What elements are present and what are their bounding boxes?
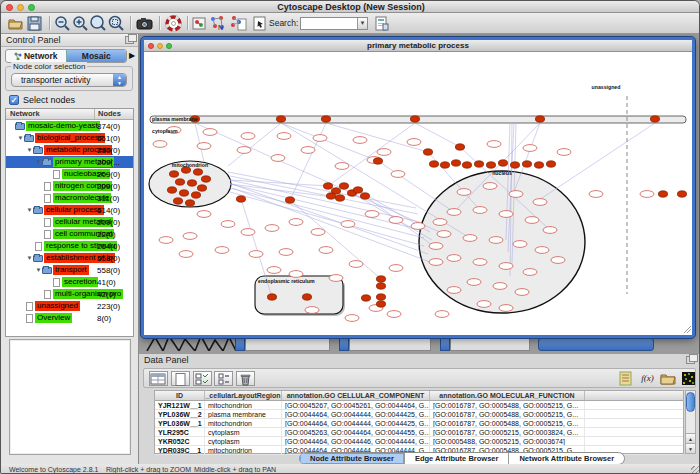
tree-row[interactable]: ▼transport558(0) bbox=[6, 264, 133, 276]
network-node-selected[interactable] bbox=[522, 161, 531, 167]
table-scrollbar[interactable]: ▲ ▼ bbox=[685, 390, 696, 454]
network-node-selected[interactable] bbox=[276, 116, 285, 122]
network-node-selected[interactable] bbox=[169, 171, 178, 177]
tree-row[interactable]: Overview8(0) bbox=[6, 312, 133, 324]
network-node-selected[interactable] bbox=[376, 283, 385, 289]
table-cell[interactable]: [GO:0044464, GO:0044444, GO:0044425, G..… bbox=[282, 410, 430, 418]
network-node[interactable] bbox=[183, 233, 197, 240]
tree-column-nodes[interactable]: Nodes bbox=[95, 109, 133, 119]
float-panel-icon[interactable] bbox=[686, 356, 695, 364]
manual-layout-icon[interactable] bbox=[251, 15, 268, 32]
network-node-selected[interactable] bbox=[429, 161, 438, 167]
zoom-in-icon[interactable] bbox=[72, 15, 89, 32]
network-node[interactable] bbox=[265, 225, 279, 232]
network-node[interactable] bbox=[353, 137, 367, 144]
table-cell[interactable]: [GO:0044464, GO:0044444, GO:0044425, G..… bbox=[282, 419, 430, 427]
zoom-fit-icon[interactable] bbox=[89, 15, 106, 32]
import-table-icon[interactable] bbox=[660, 371, 677, 386]
network-node[interactable] bbox=[329, 275, 343, 282]
network-node[interactable] bbox=[271, 155, 285, 162]
tab-edge-attribute-browser[interactable]: Edge Attribute Browser bbox=[405, 453, 509, 464]
network-node[interactable] bbox=[467, 279, 481, 286]
network-node[interactable] bbox=[335, 163, 349, 170]
network-node-selected[interactable] bbox=[321, 116, 330, 122]
network-node[interactable] bbox=[525, 217, 539, 224]
network-node-selected[interactable] bbox=[236, 196, 245, 202]
column-header-region[interactable]: _cellularLayoutRegion bbox=[205, 391, 282, 400]
background-window[interactable] bbox=[440, 338, 450, 351]
network-node[interactable] bbox=[477, 301, 491, 308]
network-node[interactable] bbox=[447, 287, 461, 294]
network-node[interactable] bbox=[473, 259, 487, 266]
network-node-selected[interactable] bbox=[361, 295, 370, 301]
network-node[interactable] bbox=[447, 255, 461, 262]
tree-row[interactable]: ▼biological_process651(0) bbox=[6, 132, 133, 144]
expander-icon[interactable]: ▼ bbox=[26, 255, 33, 261]
network-node[interactable] bbox=[389, 217, 403, 224]
network-node-selected[interactable] bbox=[440, 162, 449, 168]
network-node[interactable] bbox=[523, 269, 537, 276]
tree-row[interactable]: nitrogen compo209(0) bbox=[6, 180, 133, 192]
expander-icon[interactable]: ▼ bbox=[35, 267, 42, 273]
network-node-selected[interactable] bbox=[197, 185, 206, 191]
network-node[interactable] bbox=[279, 249, 293, 256]
table-row[interactable]: YLR295Ccytoplasm[GO:0045263, GO:0044464,… bbox=[155, 428, 683, 437]
tree-row[interactable]: response to stimulu264(0) bbox=[6, 240, 133, 252]
network-node-selected[interactable] bbox=[658, 191, 667, 197]
tree-row[interactable]: ▼metabolic process280(0) bbox=[6, 144, 133, 156]
help-icon[interactable] bbox=[165, 15, 182, 32]
table-cell[interactable]: mitochondrion bbox=[205, 419, 282, 427]
column-header-cellular-component[interactable]: annotation.GO CELLULAR_COMPONENT bbox=[282, 391, 430, 400]
network-node[interactable] bbox=[640, 191, 654, 198]
network-node-selected[interactable] bbox=[326, 193, 335, 199]
network-node-selected[interactable] bbox=[339, 183, 348, 189]
tree-column-network[interactable]: Network bbox=[6, 109, 95, 119]
table-cell[interactable]: plasma membrane bbox=[205, 410, 282, 418]
table-row[interactable]: YJR121W__1mitochondrion[GO:0045267, GO:0… bbox=[155, 401, 683, 410]
network-node-selected[interactable] bbox=[267, 294, 276, 300]
network-node[interactable] bbox=[237, 147, 251, 154]
network-node-selected[interactable] bbox=[335, 195, 344, 201]
tree-row[interactable]: cellular metabol209(0) bbox=[6, 216, 133, 228]
birds-eye-view[interactable] bbox=[9, 339, 131, 455]
network-node[interactable] bbox=[215, 247, 229, 254]
network-node-selected[interactable] bbox=[323, 183, 332, 189]
node-color-dropdown[interactable]: transporter activity ▲▼ bbox=[11, 73, 127, 87]
tree-row[interactable]: nucleobase-209(0) bbox=[6, 168, 133, 180]
tree-row[interactable]: secretion41(0) bbox=[6, 276, 133, 288]
tree-row[interactable]: multi-organism pro42(0) bbox=[6, 288, 133, 300]
network-node[interactable] bbox=[313, 135, 327, 142]
network-node[interactable] bbox=[387, 311, 401, 318]
search-dropdown-arrow[interactable]: ▼ bbox=[357, 18, 367, 29]
network-node-selected[interactable] bbox=[167, 187, 176, 193]
network-node[interactable] bbox=[523, 145, 537, 152]
open-file-icon[interactable] bbox=[7, 15, 24, 32]
table-cell[interactable]: YJR121W__1 bbox=[155, 401, 205, 409]
network-node[interactable] bbox=[543, 227, 557, 234]
background-window[interactable] bbox=[339, 338, 349, 351]
network-view-window[interactable]: primary metabolic process plasma membran… bbox=[141, 37, 695, 338]
network-node-selected[interactable] bbox=[455, 144, 464, 150]
scrollbar-thumb[interactable] bbox=[686, 392, 695, 412]
network-node[interactable] bbox=[487, 141, 501, 148]
network-node-selected[interactable] bbox=[423, 149, 432, 155]
tab-node-attribute-browser[interactable]: Node Attribute Browser bbox=[300, 453, 405, 464]
attribute-batch-icon[interactable] bbox=[193, 371, 212, 386]
network-node-selected[interactable] bbox=[175, 179, 184, 185]
tab-network[interactable]: Network bbox=[6, 50, 66, 62]
tree-row[interactable]: mosaic-demo-yeast874(0) bbox=[6, 120, 133, 132]
network-node-selected[interactable] bbox=[650, 116, 659, 122]
network-node[interactable] bbox=[515, 289, 529, 296]
network-node[interactable] bbox=[179, 251, 193, 258]
create-attribute-icon[interactable] bbox=[171, 371, 190, 386]
background-window[interactable] bbox=[450, 338, 530, 351]
table-cell[interactable]: YDR039C__1 bbox=[155, 446, 205, 454]
network-node[interactable] bbox=[277, 133, 291, 140]
network-node-selected[interactable] bbox=[193, 169, 202, 175]
network-node[interactable] bbox=[557, 149, 571, 156]
network-node[interactable] bbox=[345, 315, 359, 322]
table-cell[interactable]: [GO:0016787, GO:0005488, GO:0005215, G..… bbox=[430, 401, 585, 409]
expander-icon[interactable]: ▼ bbox=[17, 135, 24, 141]
tree-row[interactable]: macromolecule311(0) bbox=[6, 192, 133, 204]
network-edge[interactable] bbox=[326, 123, 428, 152]
